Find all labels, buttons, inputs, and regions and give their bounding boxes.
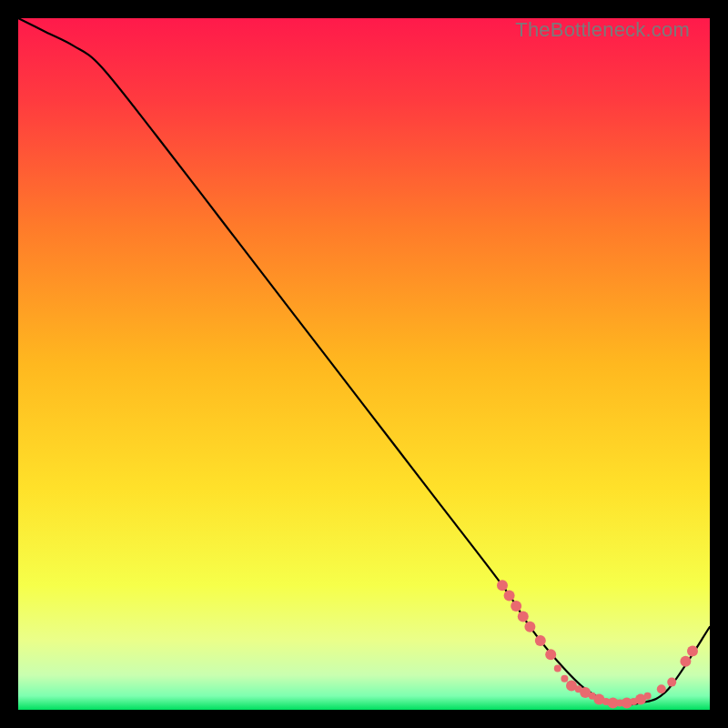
data-point [554,664,561,672]
data-point [535,635,546,646]
data-point [687,645,698,656]
data-point [644,693,652,700]
watermark-text: TheBottleneck.com [515,18,690,42]
data-point [657,684,666,693]
data-point [561,675,568,682]
data-point [511,601,521,612]
chart-svg [18,18,710,710]
data-point [504,591,515,602]
data-point [524,622,535,632]
chart-frame: TheBottleneck.com [18,18,710,710]
data-point [667,678,676,687]
data-point [518,611,529,622]
data-point [545,649,556,660]
data-point [497,580,508,591]
data-point [680,656,691,667]
gradient-bg [18,18,710,710]
